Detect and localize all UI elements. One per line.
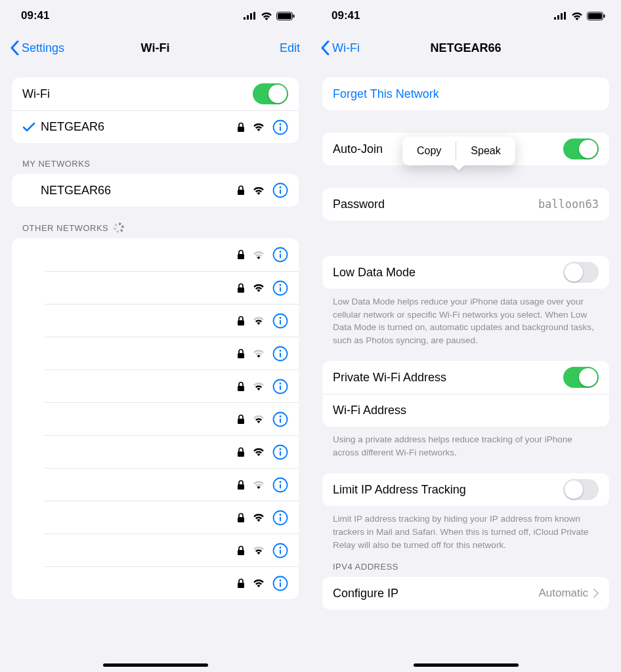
- info-icon[interactable]: [272, 510, 288, 526]
- svg-rect-14: [280, 190, 281, 194]
- svg-point-53: [280, 547, 282, 549]
- private-wifi-toggle[interactable]: [563, 367, 599, 388]
- info-icon[interactable]: [272, 379, 288, 394]
- other-network-row[interactable]: [45, 402, 299, 435]
- svg-point-21: [280, 284, 282, 286]
- wifi-signal-icon: [253, 316, 265, 325]
- copy-button[interactable]: Copy: [402, 145, 456, 157]
- home-indicator[interactable]: [414, 663, 519, 667]
- svg-rect-22: [280, 287, 281, 291]
- status-bar: 09:41: [0, 0, 310, 32]
- svg-rect-6: [293, 14, 295, 18]
- wifi-icon: [261, 12, 272, 20]
- back-button[interactable]: Settings: [11, 41, 64, 55]
- connected-network-name: NETGEAR6: [41, 120, 237, 134]
- svg-rect-5: [278, 13, 291, 19]
- other-network-row[interactable]: [45, 501, 299, 534]
- my-network-row[interactable]: NETGEAR66: [12, 174, 299, 207]
- other-network-row[interactable]: [45, 304, 299, 337]
- wifi-toggle-row[interactable]: Wi-Fi: [12, 77, 299, 110]
- other-network-row[interactable]: [45, 534, 299, 566]
- svg-rect-34: [280, 385, 281, 390]
- lock-icon: [237, 316, 245, 326]
- lock-icon: [237, 381, 245, 392]
- other-networks-header: OTHER NETWORKS: [0, 207, 310, 238]
- svg-rect-1: [247, 15, 249, 20]
- ipv4-header: IPV4 ADDRESS: [310, 551, 621, 577]
- info-icon[interactable]: [272, 477, 288, 493]
- info-icon[interactable]: [272, 247, 288, 262]
- home-indicator[interactable]: [103, 663, 208, 667]
- info-icon[interactable]: [272, 313, 288, 329]
- back-button[interactable]: Wi-Fi: [321, 41, 360, 55]
- lock-icon: [237, 283, 245, 293]
- status-bar: 09:41: [310, 0, 621, 32]
- other-network-row[interactable]: [45, 468, 299, 501]
- svg-rect-65: [604, 14, 605, 18]
- info-icon[interactable]: [272, 576, 288, 591]
- configure-ip-row[interactable]: Configure IP Automatic: [322, 577, 609, 610]
- nav-bar: Settings Wi-Fi Edit: [0, 32, 310, 64]
- svg-rect-2: [250, 13, 252, 20]
- info-icon[interactable]: [272, 411, 288, 427]
- context-menu: Copy Speak: [402, 136, 515, 165]
- wifi-signal-icon: [253, 579, 265, 587]
- other-network-row[interactable]: [45, 271, 299, 304]
- auto-join-toggle[interactable]: [563, 138, 599, 159]
- wifi-toggle[interactable]: [253, 83, 288, 104]
- info-icon[interactable]: [272, 346, 288, 362]
- info-icon[interactable]: [272, 119, 288, 135]
- low-data-mode-toggle[interactable]: [563, 262, 599, 283]
- private-wifi-label: Private Wi-Fi Address: [333, 371, 563, 385]
- svg-rect-39: [238, 452, 244, 457]
- info-icon[interactable]: [272, 543, 288, 558]
- svg-rect-54: [280, 549, 281, 554]
- low-data-mode-row[interactable]: Low Data Mode: [322, 256, 609, 289]
- edit-button[interactable]: Edit: [280, 41, 300, 55]
- svg-point-45: [280, 481, 282, 483]
- wifi-signal-icon: [253, 480, 265, 489]
- limit-ip-tracking-toggle[interactable]: [563, 479, 599, 500]
- lock-icon: [237, 447, 245, 457]
- limit-ip-tracking-row[interactable]: Limit IP Address Tracking: [322, 473, 609, 506]
- svg-point-25: [280, 317, 282, 319]
- other-network-row[interactable]: [45, 238, 299, 271]
- svg-rect-3: [253, 12, 255, 20]
- svg-rect-27: [238, 353, 244, 358]
- password-label: Password: [333, 198, 538, 211]
- low-data-mode-label: Low Data Mode: [333, 266, 563, 280]
- chevron-left-icon: [321, 41, 330, 55]
- wifi-signal-icon: [253, 123, 265, 131]
- cellular-icon: [244, 12, 257, 20]
- limit-ip-tracking-label: Limit IP Address Tracking: [333, 483, 563, 497]
- other-network-row[interactable]: [45, 566, 299, 599]
- status-icons: [554, 12, 605, 20]
- private-wifi-row[interactable]: Private Wi-Fi Address: [322, 361, 609, 394]
- speak-button[interactable]: Speak: [456, 145, 515, 157]
- password-row[interactable]: Password balloon63: [322, 188, 609, 220]
- status-time: 09:41: [21, 9, 49, 22]
- svg-point-33: [280, 383, 282, 385]
- status-time: 09:41: [332, 9, 360, 22]
- svg-rect-55: [238, 583, 244, 588]
- lock-icon: [237, 122, 245, 133]
- info-icon[interactable]: [272, 182, 288, 198]
- lock-icon: [237, 249, 245, 260]
- other-network-row[interactable]: [45, 337, 299, 369]
- other-network-row[interactable]: [45, 369, 299, 402]
- svg-point-29: [280, 350, 282, 352]
- svg-rect-30: [280, 352, 281, 357]
- info-icon[interactable]: [272, 280, 288, 296]
- chevron-left-icon: [11, 41, 19, 55]
- lock-icon: [237, 545, 245, 556]
- svg-rect-47: [238, 517, 244, 522]
- wifi-address-row[interactable]: Wi-Fi Address: [322, 394, 609, 427]
- my-networks-header: MY NETWORKS: [0, 143, 310, 174]
- wifi-signal-icon: [253, 513, 265, 522]
- svg-rect-11: [238, 190, 244, 195]
- connected-network-row[interactable]: NETGEAR6: [12, 110, 299, 143]
- info-icon[interactable]: [272, 444, 288, 460]
- content: Wi-Fi NETGEAR6 MY NETWORKS NETGEAR66: [0, 64, 310, 672]
- other-network-row[interactable]: [45, 435, 299, 468]
- forget-network-button[interactable]: Forget This Network: [322, 77, 609, 110]
